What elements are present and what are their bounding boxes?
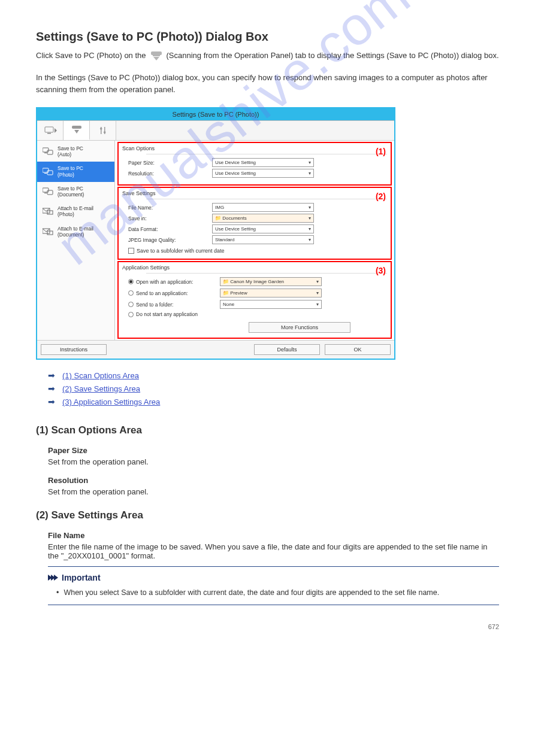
- sidebar-item-label: Attach to E-mail(Photo): [58, 205, 93, 217]
- group-title: Scan Options: [122, 145, 387, 151]
- tab-computer-icon[interactable]: [37, 121, 64, 140]
- intro-paragraph: In the Settings (Save to PC (Photo)) dia…: [36, 72, 499, 95]
- ok-button[interactable]: OK: [325, 344, 391, 355]
- monitor-icon: [42, 187, 54, 196]
- chevron-down-icon: ▾: [309, 171, 311, 176]
- settings-section: (2)Save SettingsFile Name:IMG▾Save in:📁 …: [117, 187, 392, 260]
- field-label: File Name:: [128, 205, 212, 211]
- field-label: Paper Size:: [128, 160, 212, 166]
- svg-rect-4: [47, 133, 51, 134]
- settings-section: (3)Application SettingsOpen with an appl…: [117, 261, 392, 339]
- dropdown[interactable]: 📁 Preview▾: [220, 289, 322, 297]
- toc-link[interactable]: (1) Scan Options Area: [62, 371, 139, 380]
- radio[interactable]: [128, 312, 134, 317]
- field-description: Set from the operation panel.: [48, 487, 499, 496]
- important-bullet-text: When you select Save to a subfolder with…: [64, 587, 439, 599]
- section-heading-scan-options: (1) Scan Options Area: [36, 424, 499, 436]
- field-name: File Name: [48, 531, 499, 540]
- dialog-titlebar: Settings (Save to PC (Photo)): [37, 108, 394, 121]
- important-arrows-icon: [48, 575, 57, 581]
- radio-row[interactable]: Send to an application:📁 Preview▾: [128, 289, 387, 297]
- svg-point-11: [103, 131, 105, 133]
- chevron-down-icon: ▾: [309, 205, 311, 210]
- sidebar-item-label: Attach to E-mail(Document): [58, 226, 93, 238]
- dialog-button-bar: Instructions Defaults OK: [37, 340, 394, 359]
- sidebar-item[interactable]: Attach to E-mail(Document): [37, 222, 114, 242]
- svg-rect-0: [151, 51, 162, 55]
- dropdown[interactable]: Use Device Setting▾: [212, 169, 314, 178]
- chevron-down-icon: ▾: [309, 215, 311, 221]
- svg-rect-3: [45, 127, 53, 132]
- svg-point-9: [99, 127, 102, 130]
- dropdown[interactable]: IMG▾: [212, 203, 314, 212]
- radio-row[interactable]: Open with an application:📁 Canon My Imag…: [128, 277, 387, 286]
- sidebar: Save to PC(Auto)Save to PC(Photo)Save to…: [37, 141, 115, 340]
- toc-link-row: ➡(1) Scan Options Area: [48, 371, 499, 380]
- radio-label: Send to an application:: [136, 290, 217, 296]
- svg-rect-1: [153, 55, 160, 56]
- svg-rect-16: [44, 173, 47, 174]
- toolbar: [37, 121, 394, 141]
- form-row: Paper Size:Use Device Setting▾: [128, 158, 387, 167]
- dropdown[interactable]: Use Device Setting▾: [212, 224, 314, 233]
- toc-link[interactable]: (2) Save Settings Area: [62, 384, 140, 393]
- tab-scanner-icon[interactable]: [64, 121, 90, 140]
- sidebar-item[interactable]: Save to PC(Auto): [37, 142, 114, 162]
- chevron-down-icon: ▾: [316, 290, 319, 296]
- checkbox-row[interactable]: Save to a subfolder with current date: [128, 248, 387, 254]
- form-row: Resolution:Use Device Setting▾: [128, 169, 387, 178]
- more-functions-button[interactable]: More Functions: [249, 322, 350, 333]
- svg-rect-6: [72, 126, 81, 129]
- folder-select[interactable]: 📁 Documents▾: [212, 214, 314, 223]
- svg-rect-17: [47, 171, 53, 175]
- toc-link-row: ➡(2) Save Settings Area: [48, 384, 499, 393]
- toc-link[interactable]: (3) Application Settings Area: [62, 397, 160, 406]
- group-title: Save Settings: [122, 190, 387, 196]
- field-description: Enter the file name of the image to be s…: [48, 542, 499, 560]
- field-label: Resolution:: [128, 171, 212, 177]
- field-label: Save in:: [128, 215, 212, 221]
- dropdown[interactable]: Standard▾: [212, 235, 314, 244]
- sidebar-item[interactable]: Save to PC(Photo): [37, 162, 114, 181]
- defaults-button[interactable]: Defaults: [254, 344, 320, 355]
- intro-prefix: Click Save to PC (Photo) on the: [36, 51, 146, 60]
- field-description: Set from the operation panel.: [48, 457, 499, 466]
- tab-tools-icon[interactable]: [90, 121, 116, 140]
- form-row: Data Format:Use Device Setting▾: [128, 224, 387, 233]
- svg-rect-19: [44, 193, 47, 193]
- svg-rect-20: [47, 190, 53, 195]
- toc-link-row: ➡(3) Application Settings Area: [48, 397, 499, 406]
- dropdown[interactable]: Use Device Setting▾: [212, 158, 314, 167]
- section-marker: (2): [376, 192, 386, 201]
- sidebar-item[interactable]: Attach to E-mail(Photo): [37, 202, 114, 221]
- mail-icon: [42, 207, 54, 215]
- form-row: Save in:📁 Documents▾: [128, 214, 387, 223]
- page-title: Settings (Save to PC (Photo)) Dialog Box: [36, 30, 499, 44]
- radio[interactable]: [128, 302, 134, 307]
- chevron-down-icon: ▾: [316, 279, 319, 284]
- dropdown[interactable]: None▾: [220, 300, 322, 309]
- instructions-button[interactable]: Instructions: [41, 344, 107, 355]
- sidebar-item[interactable]: Save to PC(Document): [37, 182, 114, 202]
- dropdown[interactable]: 📁 Canon My Image Garden▾: [220, 277, 322, 286]
- monitor-icon: [42, 168, 54, 176]
- radio-label: Send to a folder:: [136, 302, 217, 308]
- svg-rect-13: [44, 153, 47, 153]
- checkbox[interactable]: [128, 248, 134, 254]
- sidebar-item-label: Save to PC(Document): [58, 186, 84, 198]
- intro-line: Click Save to PC (Photo) on the (Scannin…: [36, 51, 499, 63]
- svg-marker-5: [55, 128, 57, 133]
- field-name: Resolution: [48, 476, 499, 485]
- sidebar-item-label: Save to PC(Photo): [58, 165, 83, 177]
- bullet-dot: •: [56, 587, 59, 599]
- radio-row[interactable]: Send to a folder:None▾: [128, 300, 387, 309]
- chevron-down-icon: ▾: [316, 302, 319, 307]
- radio[interactable]: [128, 290, 134, 296]
- radio[interactable]: [128, 279, 134, 284]
- page-number: 672: [36, 623, 499, 630]
- important-label: Important: [62, 573, 101, 582]
- radio-row[interactable]: Do not start any application: [128, 311, 387, 317]
- scanner-down-icon: [150, 51, 163, 63]
- chevron-down-icon: ▾: [309, 226, 311, 232]
- svg-marker-2: [153, 57, 159, 60]
